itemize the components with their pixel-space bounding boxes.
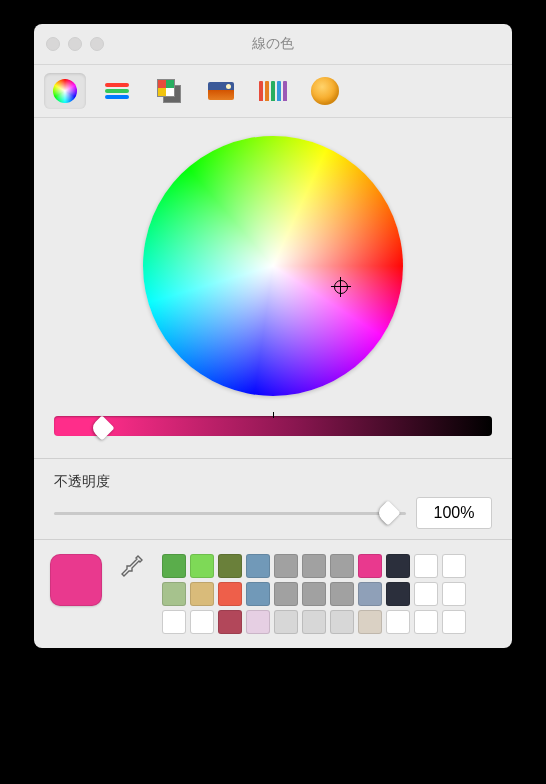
swatch-cell[interactable] <box>386 610 410 634</box>
swatch-cell[interactable] <box>190 610 214 634</box>
swatch-cell[interactable] <box>218 582 242 606</box>
swatch-cell[interactable] <box>442 554 466 578</box>
swatch-cell[interactable] <box>386 582 410 606</box>
swatch-cell[interactable] <box>386 554 410 578</box>
section-divider <box>34 458 512 459</box>
color-picker-tabs <box>34 65 512 118</box>
swatch-cell[interactable] <box>358 582 382 606</box>
swatch-cell[interactable] <box>246 582 270 606</box>
swatch-cell[interactable] <box>330 554 354 578</box>
color-sliders-tab[interactable] <box>96 73 138 109</box>
swatch-cell[interactable] <box>162 554 186 578</box>
brightness-thumb[interactable] <box>89 415 114 440</box>
current-color-swatch[interactable] <box>50 554 102 606</box>
swatch-cell[interactable] <box>414 554 438 578</box>
close-button[interactable] <box>46 37 60 51</box>
swatch-cell[interactable] <box>218 554 242 578</box>
opacity-label: 不透明度 <box>54 473 492 491</box>
swatch-cell[interactable] <box>274 554 298 578</box>
titlebar[interactable]: 線の色 <box>34 24 512 65</box>
palettes-icon <box>157 79 181 103</box>
color-wheel-icon <box>53 79 77 103</box>
color-wheel[interactable] <box>143 136 403 396</box>
swatch-cell[interactable] <box>330 582 354 606</box>
window-title: 線の色 <box>252 35 294 53</box>
swatch-cell[interactable] <box>358 554 382 578</box>
eyedropper-icon[interactable] <box>120 554 144 578</box>
color-wheel-tab[interactable] <box>44 73 86 109</box>
swatch-cell[interactable] <box>302 554 326 578</box>
swatch-cell[interactable] <box>442 582 466 606</box>
opacity-thumb[interactable] <box>376 500 401 525</box>
color-panel-window: 線の色 <box>34 24 512 648</box>
swatch-cell[interactable] <box>330 610 354 634</box>
swatch-cell[interactable] <box>190 582 214 606</box>
swatch-cell[interactable] <box>274 610 298 634</box>
crayon-icon <box>311 77 339 105</box>
swatch-cell[interactable] <box>302 610 326 634</box>
color-palettes-tab[interactable] <box>148 73 190 109</box>
color-wheel-cursor[interactable] <box>331 277 351 297</box>
image-icon <box>208 82 234 100</box>
swatch-cell[interactable] <box>302 582 326 606</box>
swatch-cell[interactable] <box>162 582 186 606</box>
zoom-button[interactable] <box>90 37 104 51</box>
swatch-cell[interactable] <box>190 554 214 578</box>
brightness-center-tick <box>273 412 274 418</box>
opacity-slider[interactable] <box>54 512 406 515</box>
swatch-grid <box>162 554 466 634</box>
minimize-button[interactable] <box>68 37 82 51</box>
color-well-area <box>34 539 512 648</box>
swatch-cell[interactable] <box>442 610 466 634</box>
crayons-tab[interactable] <box>304 73 346 109</box>
sliders-icon <box>105 81 129 101</box>
swatch-cell[interactable] <box>358 610 382 634</box>
pencils-tab[interactable] <box>252 73 294 109</box>
image-palettes-tab[interactable] <box>200 73 242 109</box>
swatch-cell[interactable] <box>274 582 298 606</box>
pencils-icon <box>259 81 287 101</box>
opacity-input[interactable] <box>416 497 492 529</box>
swatch-cell[interactable] <box>218 610 242 634</box>
swatch-cell[interactable] <box>162 610 186 634</box>
window-controls <box>46 37 104 51</box>
swatch-cell[interactable] <box>246 554 270 578</box>
swatch-cell[interactable] <box>414 582 438 606</box>
main-area: 不透明度 <box>34 118 512 539</box>
swatch-cell[interactable] <box>246 610 270 634</box>
brightness-slider[interactable] <box>54 416 492 436</box>
swatch-cell[interactable] <box>414 610 438 634</box>
